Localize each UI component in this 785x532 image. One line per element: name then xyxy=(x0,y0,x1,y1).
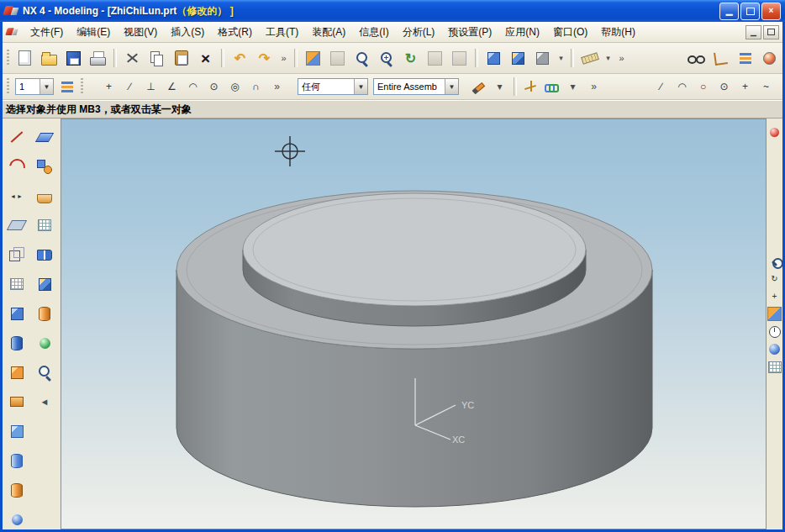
highlight-brush-icon[interactable] xyxy=(469,77,488,97)
expression-grid-icon[interactable] xyxy=(33,213,56,237)
shaded-display-icon[interactable] xyxy=(482,47,505,70)
view-orientation-dropdown-icon[interactable]: ▾ xyxy=(556,47,566,70)
graphics-viewport[interactable]: YC XC xyxy=(61,119,767,529)
snap-arc-icon[interactable]: ◠ xyxy=(183,77,203,97)
highlight-dropdown-icon[interactable]: ▾ xyxy=(490,77,509,97)
alert-sphere-icon[interactable] xyxy=(767,124,782,140)
system-menu-icon[interactable] xyxy=(6,27,18,38)
menu-assemblies[interactable]: 装配(A) xyxy=(305,22,352,43)
interpart-link-icon[interactable] xyxy=(542,77,561,97)
boss-icon[interactable] xyxy=(5,361,29,384)
point-tool-icon[interactable]: + xyxy=(735,77,755,97)
snap-point-icon[interactable]: + xyxy=(99,77,119,97)
restore-button[interactable] xyxy=(740,3,760,20)
view-overflow-icon[interactable]: » xyxy=(615,47,628,70)
arc-tool-icon[interactable]: ◠ xyxy=(672,77,692,97)
part-gear-blank[interactable] xyxy=(176,191,652,507)
primitive-cylinder-icon[interactable] xyxy=(33,302,56,325)
snap-perpendicular-icon[interactable]: ⊥ xyxy=(141,77,161,97)
graphics-canvas[interactable]: YC XC xyxy=(61,119,766,529)
wireframe-display-icon[interactable] xyxy=(507,47,529,70)
toolbar-grip[interactable] xyxy=(7,78,9,95)
edit-curve-icon[interactable] xyxy=(33,125,56,149)
print-icon[interactable] xyxy=(87,47,109,70)
layer-settings-icon[interactable] xyxy=(57,77,76,97)
pan-view-icon[interactable] xyxy=(424,47,446,70)
view-sphere-icon[interactable] xyxy=(767,341,782,357)
hole-icon[interactable] xyxy=(5,449,29,472)
collapse-column-icon[interactable]: ◄ xyxy=(33,390,56,413)
open-icon[interactable] xyxy=(38,47,61,70)
rotate-view-icon[interactable] xyxy=(448,47,471,70)
close-button[interactable]: × xyxy=(761,3,781,20)
link-dropdown-icon[interactable]: ▾ xyxy=(563,77,582,97)
type-filter-dropdown-icon[interactable]: ▼ xyxy=(354,79,367,94)
fit-view-icon[interactable] xyxy=(302,47,324,70)
snap-center-icon[interactable]: ⊙ xyxy=(204,77,224,97)
layer-stack-icon[interactable] xyxy=(734,47,756,70)
zoom-tool-icon[interactable] xyxy=(767,253,782,269)
zoom-icon[interactable] xyxy=(350,47,373,70)
grid-tool-icon[interactable] xyxy=(767,359,782,375)
analysis-caliper-icon[interactable] xyxy=(709,47,732,70)
measure-dropdown-icon[interactable]: ▾ xyxy=(603,47,614,70)
pad-icon[interactable] xyxy=(5,419,29,443)
model-view-icon[interactable] xyxy=(33,272,56,296)
extrude-icon[interactable] xyxy=(5,302,29,325)
pocket-icon[interactable] xyxy=(5,390,29,413)
child-restore-button[interactable] xyxy=(763,25,779,40)
measure-distance-icon[interactable] xyxy=(578,47,601,70)
copy-icon[interactable] xyxy=(145,47,168,70)
arc-curve-icon[interactable] xyxy=(5,155,29,178)
undo-icon[interactable] xyxy=(229,47,251,70)
cut-icon[interactable] xyxy=(121,47,144,70)
pan-tool-icon[interactable]: + xyxy=(767,288,782,304)
wcs-dynamics-icon[interactable] xyxy=(521,77,540,97)
redo-icon[interactable] xyxy=(253,47,276,70)
part-navigator-icon[interactable] xyxy=(33,243,56,266)
display-sphere-icon[interactable] xyxy=(33,331,56,355)
snap-intersection-icon[interactable]: ∩ xyxy=(246,77,266,97)
zoom-in-out-icon[interactable] xyxy=(375,47,398,70)
groove-icon[interactable] xyxy=(5,478,29,502)
selection-overflow-icon[interactable]: » xyxy=(584,77,603,97)
titlebar[interactable]: NX 4 - Modeling - [ZhiChiLun.prt （修改的） ]… xyxy=(0,0,785,22)
circle-tool-icon[interactable]: ○ xyxy=(693,77,713,97)
inspect-zoom-icon[interactable] xyxy=(33,361,56,384)
basic-curves-icon[interactable] xyxy=(5,125,29,149)
clock-icon[interactable] xyxy=(767,324,782,340)
zoom-window-icon[interactable] xyxy=(326,47,349,70)
spline-tool-icon[interactable]: ~ xyxy=(756,77,776,97)
snap-quadrant-icon[interactable]: ◎ xyxy=(225,77,245,97)
menu-file[interactable]: 文件(F) xyxy=(24,22,70,43)
cylinder-icon[interactable] xyxy=(5,331,29,355)
menu-tools[interactable]: 工具(T) xyxy=(259,22,305,43)
form-feature-icon[interactable] xyxy=(33,184,56,208)
snap-overflow-icon[interactable]: » xyxy=(267,77,287,97)
menu-format[interactable]: 格式(R) xyxy=(211,22,259,43)
menu-preferences[interactable]: 预设置(P) xyxy=(441,22,498,43)
paste-icon[interactable] xyxy=(170,47,192,70)
type-filter-combo[interactable]: 任何 ▼ xyxy=(298,78,368,95)
sphere-icon[interactable] xyxy=(5,508,29,531)
rotate-tool-icon[interactable]: ↻ xyxy=(767,271,782,287)
child-minimize-button[interactable]: ▁ xyxy=(745,25,761,40)
snap-endpoint-icon[interactable]: ∕ xyxy=(120,77,140,97)
work-layer-combo[interactable]: 1 ▼ xyxy=(15,78,54,95)
block-icon[interactable] xyxy=(5,243,29,266)
standard-overflow-icon[interactable]: » xyxy=(277,47,290,70)
view-orientation-icon[interactable] xyxy=(531,47,554,70)
menu-view[interactable]: 视图(V) xyxy=(117,22,164,43)
selection-scope-dropdown-icon[interactable]: ▼ xyxy=(445,79,458,94)
visualization-glasses-icon[interactable] xyxy=(685,47,708,70)
minimize-button[interactable]: ▁ xyxy=(719,3,739,20)
render-palette-icon[interactable] xyxy=(758,47,781,70)
menu-application[interactable]: 应用(N) xyxy=(498,22,546,43)
sketch-icon[interactable] xyxy=(5,272,29,296)
transform-icon[interactable] xyxy=(33,155,56,178)
menu-analysis[interactable]: 分析(L) xyxy=(396,22,442,43)
menu-insert[interactable]: 插入(S) xyxy=(164,22,211,43)
fillet-tool-icon[interactable]: ⊙ xyxy=(714,77,734,97)
menu-edit[interactable]: 编辑(E) xyxy=(70,22,117,43)
datum-plane-icon[interactable] xyxy=(5,213,29,237)
